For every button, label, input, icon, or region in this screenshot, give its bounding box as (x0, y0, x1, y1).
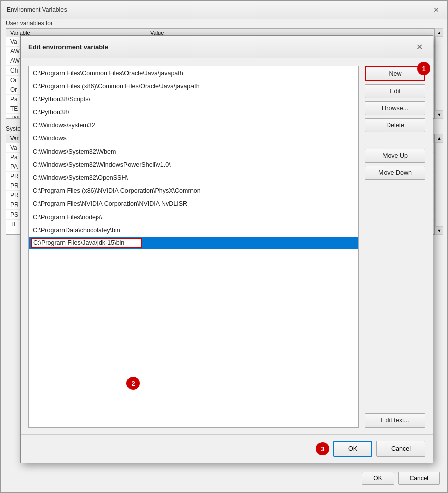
spacer (365, 135, 425, 146)
bg-footer-buttons: OK Cancel (362, 472, 440, 485)
modal-close-button[interactable]: ✕ (413, 41, 425, 53)
badge3-container: 3 OK (316, 441, 372, 457)
edit-button[interactable]: Edit (365, 84, 425, 98)
modal-title: Edit environment variable (28, 43, 108, 51)
list-item[interactable]: C:\Program Files (x86)\NVIDIA Corporatio… (29, 184, 358, 197)
user-scrollbar[interactable]: ▲ ▼ (435, 28, 443, 119)
modal-cancel-button[interactable]: Cancel (376, 441, 425, 457)
bg-cancel-button[interactable]: Cancel (398, 472, 440, 485)
system-scrollbar[interactable]: ▲ ▼ (435, 134, 443, 235)
path-edit-input[interactable] (31, 238, 142, 248)
badge-1: 1 (417, 62, 430, 75)
move-up-button[interactable]: Move Up (365, 149, 425, 163)
badge-2: 2 (126, 377, 140, 390)
list-item[interactable]: C:\Python38\ (29, 106, 358, 119)
browse-button[interactable]: Browse... (365, 101, 425, 115)
bg-close-button[interactable]: ✕ (431, 5, 441, 15)
badge-3: 3 (316, 442, 329, 455)
modal-titlebar: Edit environment variable ✕ (21, 36, 433, 58)
list-item[interactable]: C:\Program Files\NVIDIA Corporation\NVID… (29, 197, 358, 210)
edit-env-var-dialog: Edit environment variable ✕ C:\Program F… (20, 35, 433, 463)
list-item[interactable]: C:\Python38\Scripts\ (29, 93, 358, 106)
bg-titlebar: Environment Variables ✕ (1, 1, 447, 19)
list-item[interactable]: C:\Windows\system32 (29, 119, 358, 132)
list-item[interactable]: C:\Windows (29, 132, 358, 145)
list-item[interactable]: C:\Windows\System32\Wbem (29, 145, 358, 158)
user-section-label: User variables for (6, 20, 53, 27)
delete-button[interactable]: Delete (365, 118, 425, 132)
list-item[interactable]: C:\Program Files\Common Files\Oracle\Jav… (29, 66, 358, 80)
path-list[interactable]: C:\Program Files\Common Files\Oracle\Jav… (28, 66, 359, 428)
action-buttons: 1 New Edit Browse... Delete Move Up Move… (365, 66, 425, 428)
list-item[interactable]: C:\Windows\System32\OpenSSH\ (29, 171, 358, 184)
edit-text-button[interactable]: Edit text... (365, 413, 425, 428)
list-item[interactable]: C:\Program Files (x86)\Common Files\Orac… (29, 80, 358, 93)
move-down-button[interactable]: Move Down (365, 166, 425, 180)
modal-footer: 3 OK Cancel (21, 434, 433, 463)
list-item[interactable]: C:\ProgramData\chocolatey\bin (29, 224, 358, 237)
bg-ok-button[interactable]: OK (362, 472, 394, 485)
selected-list-item[interactable] (29, 237, 358, 249)
spacer2 (365, 183, 425, 410)
modal-body: C:\Program Files\Common Files\Oracle\Jav… (21, 58, 433, 435)
list-item[interactable]: C:\Windows\System32\WindowsPowerShell\v1… (29, 158, 358, 171)
bg-window-title: Environment Variables (7, 6, 67, 13)
modal-ok-button[interactable]: OK (333, 441, 372, 457)
new-btn-container: 1 New (365, 66, 425, 81)
new-button[interactable]: New (365, 66, 425, 81)
list-item[interactable]: C:\Program Files\nodejs\ (29, 210, 358, 224)
system-section-label: Syste (6, 125, 21, 132)
